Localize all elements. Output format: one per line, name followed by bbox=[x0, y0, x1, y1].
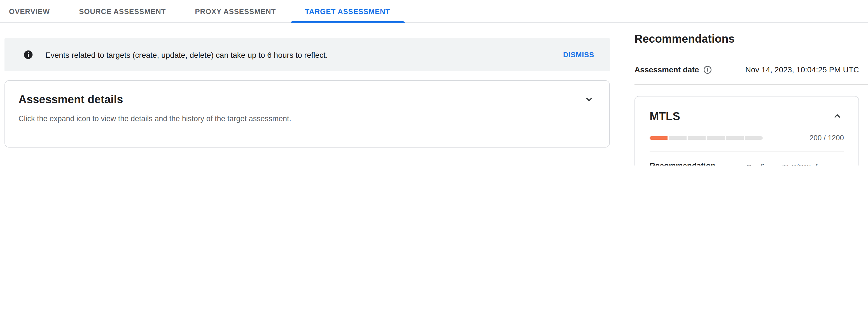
mtls-recommendation-card: MTLS 200 / 1200 Recommendation Configure… bbox=[634, 96, 859, 166]
recommendation-text: Configure TLS/SSL for secure communicati… bbox=[746, 161, 844, 166]
assessment-date-value: Nov 14, 2023, 10:04:25 PM UTC bbox=[745, 65, 859, 74]
assessment-details-title: Assessment details bbox=[19, 93, 123, 106]
mtls-card-header: MTLS bbox=[650, 109, 844, 123]
assessment-details-description: Click the expand icon to view the detail… bbox=[19, 114, 596, 123]
dismiss-button[interactable]: DISMISS bbox=[563, 51, 594, 59]
assessment-date-row: Assessment date Nov 14, 2023, 10:04:25 P… bbox=[634, 65, 859, 74]
assessment-date-label: Assessment date bbox=[634, 65, 699, 74]
tab-source-assessment[interactable]: SOURCE ASSESSMENT bbox=[64, 0, 180, 23]
recommendations-panel: Recommendations Assessment date Nov 14, … bbox=[619, 23, 868, 166]
info-banner: Events related to targets (create, updat… bbox=[4, 38, 610, 71]
mtls-score-value: 200 / 1200 bbox=[809, 134, 844, 142]
tab-overview[interactable]: OVERVIEW bbox=[0, 0, 64, 23]
chevron-up-icon[interactable] bbox=[831, 109, 844, 123]
info-icon bbox=[24, 50, 33, 59]
banner-message: Events related to targets (create, updat… bbox=[45, 50, 328, 59]
recommendation-label: Recommendation bbox=[650, 161, 746, 166]
tab-proxy-assessment[interactable]: PROXY ASSESSMENT bbox=[180, 0, 290, 23]
assessment-details-header: Assessment details bbox=[19, 92, 596, 106]
card-divider bbox=[650, 151, 844, 151]
target-assessment-page: OVERVIEWSOURCE ASSESSMENTPROXY ASSESSMEN… bbox=[0, 0, 868, 166]
recommendation-row: Recommendation Configure TLS/SSL for sec… bbox=[650, 161, 844, 166]
mtls-score-row: 200 / 1200 bbox=[650, 134, 844, 142]
tab-target-assessment[interactable]: TARGET ASSESSMENT bbox=[290, 0, 405, 23]
page-content: Events related to targets (create, updat… bbox=[0, 23, 868, 166]
recommendations-title: Recommendations bbox=[634, 32, 859, 46]
mtls-score-bar bbox=[650, 136, 763, 139]
info-outline-icon[interactable] bbox=[703, 65, 712, 74]
chevron-down-icon[interactable] bbox=[582, 92, 596, 106]
tab-bar: OVERVIEWSOURCE ASSESSMENTPROXY ASSESSMEN… bbox=[0, 0, 868, 23]
assessment-details-card: Assessment details Click the expand icon… bbox=[4, 80, 610, 147]
mtls-card-title: MTLS bbox=[650, 110, 680, 122]
panel-divider bbox=[619, 53, 868, 53]
main-content: Events related to targets (create, updat… bbox=[0, 23, 619, 166]
date-divider bbox=[634, 84, 868, 85]
